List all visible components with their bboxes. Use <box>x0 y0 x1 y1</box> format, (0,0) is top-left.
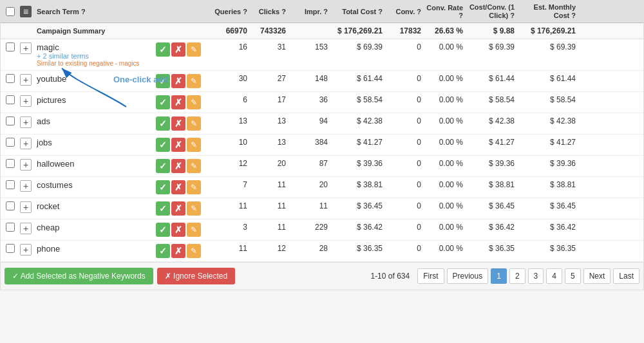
row-impr: 94 <box>289 116 330 125</box>
last-page-button[interactable]: Last <box>613 268 639 284</box>
row-edit-button[interactable]: ✎ <box>187 201 201 216</box>
row-checkbox-cell <box>3 138 17 147</box>
row-add-button[interactable]: ✓ <box>156 95 170 109</box>
add-negative-keywords-button[interactable]: ✓ Add Selected as Negative Keywords <box>5 268 153 284</box>
row-edit-button[interactable]: ✎ <box>187 159 201 173</box>
row-ignore-button[interactable]: ✗ <box>171 42 185 57</box>
row-expand-button[interactable]: + <box>20 138 32 149</box>
row-ignore-button[interactable]: ✗ <box>171 95 185 109</box>
row-edit-button[interactable]: ✎ <box>187 42 201 57</box>
header-est-monthly[interactable]: Est. Monthly Cost ? <box>517 3 578 20</box>
row-ignore-button[interactable]: ✗ <box>171 201 185 216</box>
row-expand-cell: + <box>17 116 34 128</box>
row-ignore-button[interactable]: ✗ <box>171 116 185 131</box>
row-expand-button[interactable]: + <box>20 116 32 128</box>
select-all-checkbox[interactable] <box>6 7 15 16</box>
row-edit-button[interactable]: ✎ <box>187 223 201 237</box>
row-cost-conv: $ 38.81 <box>466 180 517 189</box>
row-total-cost: $ 61.44 <box>330 74 385 83</box>
row-expand-button[interactable]: + <box>20 159 32 171</box>
row-conv: 0 <box>385 201 424 210</box>
row-expand-cell: + <box>17 180 34 192</box>
row-add-button[interactable]: ✓ <box>156 42 170 57</box>
row-conv-rate: 0.00 % <box>424 244 466 253</box>
row-add-button[interactable]: ✓ <box>156 244 170 258</box>
row-add-button[interactable]: ✓ <box>156 201 170 216</box>
row-edit-button[interactable]: ✎ <box>187 180 201 194</box>
header-total-cost[interactable]: Total Cost ? <box>330 8 385 15</box>
row-cost-conv: $ 58.54 <box>466 95 517 104</box>
row-add-button[interactable]: ✓ <box>156 180 170 194</box>
row-ignore-button[interactable]: ✗ <box>171 223 185 237</box>
row-checkbox[interactable] <box>6 95 15 104</box>
header-conv-rate[interactable]: Conv. Rate ? <box>424 4 466 19</box>
header-expand-icon[interactable]: ≡ <box>20 6 32 17</box>
row-ignore-button[interactable]: ✗ <box>171 244 185 258</box>
header-clicks[interactable]: Clicks ? <box>250 8 289 15</box>
footer: ✓ Add Selected as Negative Keywords ✗ Ig… <box>1 262 643 290</box>
row-total-cost: $ 36.45 <box>330 201 385 210</box>
row-impr: 153 <box>289 42 330 51</box>
row-ignore-button[interactable]: ✗ <box>171 159 185 173</box>
page-1-button[interactable]: 1 <box>491 268 507 284</box>
row-add-button[interactable]: ✓ <box>156 138 170 152</box>
row-expand-button[interactable]: + <box>20 223 32 234</box>
first-page-button[interactable]: First <box>417 268 444 284</box>
row-checkbox[interactable] <box>6 116 15 125</box>
row-checkbox[interactable] <box>6 223 15 232</box>
row-expand-cell: + <box>17 244 34 255</box>
row-checkbox[interactable] <box>6 159 15 168</box>
row-term-name: youtube <box>37 74 66 84</box>
row-checkbox[interactable] <box>6 180 15 189</box>
header-cost-conv[interactable]: Cost/Conv. (1 Click) ? <box>466 3 517 20</box>
row-add-button[interactable]: ✓ <box>156 159 170 173</box>
row-expand-cell: + <box>17 201 34 213</box>
row-checkbox[interactable] <box>6 74 15 83</box>
row-expand-button[interactable]: + <box>20 201 32 213</box>
header-conv[interactable]: Conv. ? <box>385 8 424 15</box>
row-add-button[interactable]: ✓ <box>156 74 170 88</box>
ignore-selected-button[interactable]: ✗ Ignore Selected <box>157 268 235 284</box>
row-expand-button[interactable]: + <box>20 180 32 192</box>
row-term-cell: jobs <box>34 138 153 147</box>
row-checkbox[interactable] <box>6 244 15 253</box>
row-edit-button[interactable]: ✎ <box>187 244 201 258</box>
row-expand-button[interactable]: + <box>20 95 32 107</box>
row-expand-button[interactable]: + <box>20 74 32 86</box>
row-similar-terms[interactable]: + 2 similar terms <box>37 52 140 60</box>
prev-page-button[interactable]: Previous <box>447 268 489 284</box>
row-edit-button[interactable]: ✎ <box>187 95 201 109</box>
row-expand-button[interactable]: + <box>20 244 32 255</box>
row-ignore-button[interactable]: ✗ <box>171 74 185 88</box>
row-checkbox[interactable] <box>6 42 15 51</box>
summary-cost-conv: $ 9.88 <box>466 26 517 35</box>
row-clicks: 11 <box>250 223 289 232</box>
row-ignore-button[interactable]: ✗ <box>171 138 185 152</box>
header-search-term[interactable]: Search Term ? <box>34 8 153 15</box>
row-expand-button[interactable]: + <box>20 42 32 54</box>
row-term-name: cheap <box>37 223 59 232</box>
row-cost-conv: $ 36.45 <box>466 201 517 210</box>
row-edit-button[interactable]: ✎ <box>187 74 201 88</box>
row-checkbox[interactable] <box>6 201 15 210</box>
row-term-name: rocket <box>37 201 59 211</box>
row-add-button[interactable]: ✓ <box>156 116 170 131</box>
page-3-button[interactable]: 3 <box>528 268 544 284</box>
row-checkbox[interactable] <box>6 138 15 147</box>
row-total-cost: $ 58.54 <box>330 95 385 104</box>
row-edit-button[interactable]: ✎ <box>187 138 201 152</box>
summary-label: Campaign Summary <box>34 27 153 35</box>
summary-conv: 17832 <box>385 26 424 35</box>
row-edit-button[interactable]: ✎ <box>187 116 201 131</box>
next-page-button[interactable]: Next <box>583 268 611 284</box>
row-ignore-button[interactable]: ✗ <box>171 180 185 194</box>
page-2-button[interactable]: 2 <box>509 268 526 284</box>
page-5-button[interactable]: 5 <box>565 268 581 284</box>
header-impr[interactable]: Impr. ? <box>289 8 330 15</box>
page-4-button[interactable]: 4 <box>546 268 562 284</box>
table-row: + cheap ✓ ✗ ✎ 3 11 229 $ 36.42 0 <box>1 219 643 241</box>
row-add-button[interactable]: ✓ <box>156 223 170 237</box>
header-queries[interactable]: Queries ? <box>205 8 250 15</box>
row-conv-rate: 0.00 % <box>424 201 466 210</box>
row-conv: 0 <box>385 180 424 189</box>
